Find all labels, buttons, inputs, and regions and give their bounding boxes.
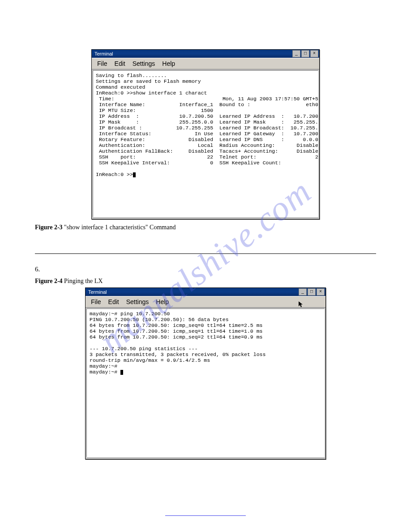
figure-caption-2: Figure 2-4 Pinging the LX: [35, 278, 376, 285]
maximize-button[interactable]: □: [308, 288, 316, 296]
terminal-output[interactable]: Saving to flash........ Settings are sav…: [93, 70, 318, 217]
minimize-button[interactable]: _: [299, 288, 307, 296]
mouse-pointer-icon: [299, 301, 303, 308]
terminal-window-1: Terminal _ □ × File Edit Settings Help S…: [91, 49, 320, 219]
menu-edit[interactable]: Edit: [108, 298, 119, 305]
menu-settings[interactable]: Settings: [126, 298, 149, 305]
menu-settings[interactable]: Settings: [133, 60, 155, 67]
section-divider: [35, 253, 376, 254]
figure-label: Figure 2-4: [35, 278, 64, 284]
titlebar[interactable]: Terminal _ □ ×: [92, 50, 319, 58]
figure-caption-1: Figure 2-3 "show interface 1 characteris…: [35, 224, 376, 231]
terminal-window-2: Terminal _ □ × File Edit Settings Help m…: [85, 287, 326, 459]
maximize-button[interactable]: □: [301, 50, 309, 57]
menubar: File Edit Settings Help: [92, 58, 319, 69]
menu-help[interactable]: Help: [162, 60, 175, 67]
window-title: Terminal: [93, 51, 113, 56]
titlebar-buttons: _ □ ×: [299, 288, 325, 296]
titlebar-buttons: _ □ ×: [292, 50, 318, 57]
figure-text: Pinging the LX: [64, 278, 103, 284]
step-number: 6.: [35, 266, 376, 273]
menu-file[interactable]: File: [97, 60, 107, 67]
menubar: File Edit Settings Help: [86, 296, 325, 308]
figure-label: Figure 2-3: [35, 224, 64, 231]
menu-file[interactable]: File: [91, 298, 101, 305]
minimize-button[interactable]: _: [292, 50, 300, 57]
close-button[interactable]: ×: [310, 50, 318, 57]
cursor-icon: [120, 370, 123, 375]
terminal-text: mayday:~# ping 10.7.200.50 PING 10.7.200…: [90, 311, 265, 375]
menu-edit[interactable]: Edit: [115, 60, 125, 67]
window-title: Terminal: [86, 289, 107, 295]
close-button[interactable]: ×: [317, 288, 325, 296]
footer-rule: [165, 515, 246, 516]
titlebar[interactable]: Terminal _ □ ×: [86, 288, 325, 296]
cursor-icon: [133, 172, 136, 177]
figure-text: "show interface 1 characteristics" Comma…: [64, 224, 176, 231]
terminal-output[interactable]: mayday:~# ping 10.7.200.50 PING 10.7.200…: [86, 309, 325, 457]
terminal-text: Saving to flash........ Settings are sav…: [96, 73, 318, 177]
menu-help[interactable]: Help: [156, 298, 169, 305]
